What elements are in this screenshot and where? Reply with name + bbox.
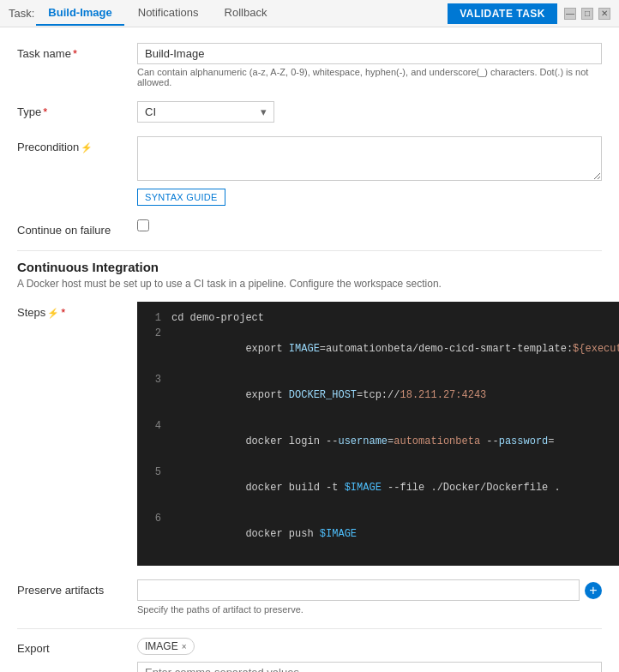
type-select[interactable]: CI ▾ [137, 101, 274, 123]
precondition-label: Precondition⚡ [17, 136, 137, 153]
task-name-input[interactable] [137, 43, 602, 64]
type-field: CI ▾ [137, 101, 602, 123]
export-row: Export IMAGE × [17, 638, 602, 672]
ci-section-title: Continuous Integration [17, 260, 602, 274]
tab-rollback[interactable]: Rollback [213, 1, 279, 26]
chevron-down-icon: ▾ [261, 105, 267, 118]
add-artifact-button[interactable]: + [585, 582, 602, 599]
code-line-2: 2 export IMAGE=automationbeta/demo-cicd-… [137, 326, 619, 372]
code-editor[interactable]: 1 cd demo-project 2 export IMAGE=automat… [137, 302, 619, 566]
continue-failure-checkbox[interactable] [137, 219, 149, 231]
export-tag-image: IMAGE × [137, 638, 195, 655]
code-line-6: 6 docker push $IMAGE [137, 511, 619, 557]
code-line-4: 4 docker login --username=automationbeta… [137, 418, 619, 465]
export-input[interactable] [137, 662, 602, 672]
code-line-1: 1 cd demo-project [137, 310, 619, 326]
precondition-info-icon: ⚡ [81, 142, 93, 153]
preserve-artifacts-hint: Specify the paths of artifact to preserv… [137, 604, 602, 615]
minimize-button[interactable]: — [564, 8, 576, 20]
steps-field: 1 cd demo-project 2 export IMAGE=automat… [137, 302, 619, 566]
ci-section-desc: A Docker host must be set up to use a CI… [17, 278, 602, 290]
artifact-input-row: + [137, 579, 602, 601]
precondition-textarea[interactable] [137, 136, 602, 181]
continue-failure-field [137, 219, 602, 231]
preserve-artifacts-label: Preserve artifacts [17, 579, 137, 597]
restore-button[interactable]: □ [581, 8, 593, 20]
validate-task-button[interactable]: VALIDATE TASK [448, 3, 557, 24]
type-label: Type* [17, 101, 137, 118]
export-field: IMAGE × [137, 638, 602, 672]
precondition-field: SYNTAX GUIDE [137, 136, 602, 206]
header-bar: Task: Build-Image Notifications Rollback… [0, 0, 619, 27]
tab-build-image[interactable]: Build-Image [36, 1, 123, 26]
export-tag-row: IMAGE × [137, 638, 602, 662]
tab-notifications[interactable]: Notifications [126, 1, 211, 26]
preserve-artifacts-row: Preserve artifacts + Specify the paths o… [17, 579, 602, 615]
task-name-label: Task name* [17, 43, 137, 60]
divider-2 [17, 628, 602, 629]
export-tag-close-icon[interactable]: × [182, 642, 187, 651]
steps-info-icon: ⚡ [47, 308, 59, 318]
task-name-required: * [73, 47, 77, 60]
close-window-button[interactable]: ✕ [598, 8, 610, 20]
syntax-guide-button[interactable]: SYNTAX GUIDE [137, 189, 225, 206]
preserve-artifacts-input[interactable] [137, 579, 580, 601]
window-controls: — □ ✕ [564, 8, 610, 20]
steps-row: Steps⚡* 1 cd demo-project 2 export IMAGE… [17, 302, 602, 566]
divider-1 [17, 250, 602, 251]
code-line-3: 3 export DOCKER_HOST=tcp://18.211.27:424… [137, 372, 619, 418]
task-name-field: Can contain alphanumeric (a-z, A-Z, 0-9)… [137, 43, 602, 87]
export-tag-text: IMAGE [145, 640, 178, 652]
precondition-row: Precondition⚡ SYNTAX GUIDE [17, 136, 602, 206]
steps-label: Steps⚡* [17, 302, 137, 319]
task-name-row: Task name* Can contain alphanumeric (a-z… [17, 43, 602, 87]
preserve-artifacts-field: + Specify the paths of artifact to prese… [137, 579, 602, 615]
task-name-hint: Can contain alphanumeric (a-z, A-Z, 0-9)… [137, 67, 602, 87]
continue-failure-row: Continue on failure [17, 219, 602, 237]
main-content: Task name* Can contain alphanumeric (a-z… [0, 27, 619, 672]
continue-failure-label: Continue on failure [17, 219, 137, 237]
type-row: Type* CI ▾ [17, 101, 602, 123]
code-line-5: 5 docker build -t $IMAGE --file ./Docker… [137, 465, 619, 511]
export-label: Export [17, 638, 137, 655]
task-prefix-label: Task: [9, 7, 34, 20]
